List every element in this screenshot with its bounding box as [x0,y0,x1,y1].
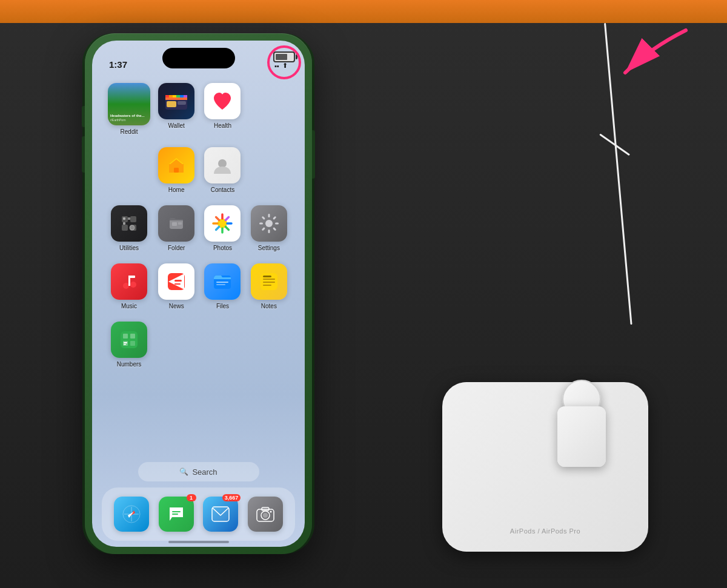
power-button[interactable] [312,130,315,179]
app-item-notes[interactable]: Notes [249,263,289,309]
battery-indicator [273,51,295,62]
apple-watch-charger [551,370,612,467]
files-icon [204,263,241,300]
svg-point-34 [123,283,129,289]
svg-rect-37 [128,276,135,278]
iphone-case: 1:37 ▪▪ ⬆ [85,33,312,554]
app-label-home: Home [168,187,185,193]
app-label-music: Music [121,303,137,309]
app-label-numbers: Numbers [117,361,142,368]
svg-rect-15 [122,225,128,231]
app-item-contacts[interactable]: Contacts [202,147,242,193]
svg-rect-19 [123,222,125,225]
app-label-photos: Photos [213,245,232,251]
app-label-reddit: Reddit [121,128,138,135]
dock-messages[interactable]: 1 [159,497,194,532]
svg-marker-61 [128,512,134,518]
iphone-screen: 1:37 ▪▪ ⬆ [92,41,305,547]
svg-point-69 [263,513,268,518]
dock-mail[interactable]: 3,667 [203,497,238,532]
search-icon: 🔍 [179,467,188,476]
svg-rect-48 [263,285,271,286]
svg-rect-55 [124,342,127,343]
svg-rect-30 [268,230,270,233]
app-item-folder[interactable]: Folder [156,205,196,251]
volume-button[interactable] [82,136,85,173]
svg-rect-32 [259,223,263,225]
watch-charger-base [557,406,606,467]
app-item-music[interactable]: Music [108,263,150,309]
svg-rect-41 [174,283,181,285]
dock-safari[interactable] [114,497,149,532]
app-item-reddit[interactable]: Headwaters of the... r/EarthPorn Reddit [108,83,150,135]
svg-rect-28 [275,223,279,225]
utilities-icon [111,205,147,242]
app-grid: Headwaters of the... r/EarthPorn Reddit [102,77,295,374]
app-label-wallet: Wallet [168,122,184,129]
app-label-settings: Settings [258,245,280,251]
svg-rect-64 [172,514,178,515]
svg-rect-22 [172,222,177,226]
search-bar-label: Search [192,467,217,477]
badge-mail: 3,667 [222,494,241,501]
app-label-contacts: Contacts [211,187,234,193]
svg-rect-51 [123,334,128,339]
svg-rect-7 [173,95,176,97]
svg-rect-52 [130,334,135,339]
svg-rect-23 [178,222,182,225]
dock: 1 3,667 [102,487,295,541]
app-label-folder: Folder [168,245,185,251]
app-item-files[interactable]: Files [202,263,242,309]
svg-rect-8 [176,95,180,97]
search-bar[interactable]: 🔍 Search [138,462,259,481]
app-item-news[interactable]: News [156,263,196,309]
svg-rect-33 [261,216,265,220]
iphone: 1:37 ▪▪ ⬆ [85,33,312,554]
app-label-files: Files [216,303,229,309]
app-item-photos[interactable]: Photos [202,205,242,251]
home-indicator [168,541,229,543]
svg-rect-17 [123,217,125,220]
app-label-news: News [169,303,184,309]
svg-rect-9 [180,95,184,97]
battery-fill [276,54,287,60]
signal-icon: ▪▪ [274,62,279,70]
news-icon [158,263,194,300]
svg-rect-66 [212,507,229,521]
svg-rect-18 [128,217,130,220]
svg-rect-6 [169,95,173,97]
svg-rect-63 [172,511,181,512]
settings-icon [251,205,287,242]
svg-rect-31 [261,227,265,231]
svg-point-12 [218,159,227,168]
dynamic-island [162,48,235,68]
app-item-utilities[interactable]: Utilities [108,205,150,251]
mute-button[interactable] [82,106,85,127]
svg-rect-47 [263,282,275,283]
status-icons: ▪▪ ⬆ [274,62,288,70]
svg-rect-46 [263,279,275,280]
app-item-health[interactable]: Health [202,83,242,135]
svg-point-71 [270,511,272,513]
svg-rect-27 [273,216,276,220]
svg-rect-40 [174,280,182,282]
app-item-wallet[interactable]: Wallet [156,83,196,135]
notes-icon [251,263,287,300]
app-label-notes: Notes [261,303,277,309]
music-icon [111,263,147,300]
svg-rect-54 [130,341,135,346]
svg-rect-50 [121,331,138,348]
app-item-settings[interactable]: Settings [249,205,289,251]
app-item-numbers[interactable]: Numbers [108,322,150,368]
folder-icon [158,205,194,242]
wifi-icon: ⬆ [282,62,288,70]
app-item-home[interactable]: Home [156,147,196,193]
svg-point-35 [130,282,136,288]
app-label-health: Health [214,122,231,129]
svg-rect-56 [124,344,126,345]
wallet-icon [158,83,194,119]
dock-camera[interactable] [248,497,283,532]
svg-rect-3 [178,101,186,105]
orange-strip [0,0,727,23]
svg-rect-11 [174,168,179,173]
